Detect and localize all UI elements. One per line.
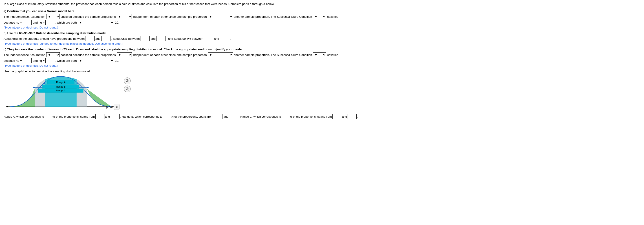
input-range-c-high[interactable]	[348, 114, 356, 119]
input-range-b-pct[interactable]	[163, 114, 170, 119]
hint-c: (Type integers or decimals. Do not round…	[4, 64, 640, 67]
text-satisfied-because: satisfied because the sample proportions	[61, 15, 116, 18]
zoom-controls	[124, 78, 131, 92]
part-c-line2: because np = and nq = , which are both ▼…	[4, 58, 640, 63]
input-68-high[interactable]	[102, 36, 110, 41]
text-and-nq-c: and nq =	[32, 59, 44, 62]
svg-marker-2	[6, 106, 8, 108]
text-range-c-start: . Range C, which corresponds to	[239, 115, 281, 118]
select-independent-c1[interactable]: ▼ are are not	[117, 52, 132, 57]
svg-marker-8	[33, 87, 35, 88]
select-greater-less-c1[interactable]: ▼ greater than or equal to less than	[78, 58, 114, 63]
text-and-range-a: and	[105, 115, 110, 118]
text-and-range-c: and	[342, 115, 347, 118]
input-nq-a[interactable]	[45, 20, 54, 25]
text-period-b: .	[230, 37, 231, 40]
text-10-a: 10.	[115, 21, 119, 24]
input-range-b-high[interactable]	[229, 114, 238, 119]
zoom-in-button[interactable]	[124, 78, 131, 84]
part-b-label: b) Use the 68–95–99.7 Rule to describe t…	[4, 32, 640, 35]
input-997-high[interactable]	[220, 36, 229, 41]
svg-marker-9	[87, 87, 89, 88]
input-68-low[interactable]	[86, 36, 94, 41]
svg-text:Range C: Range C	[56, 89, 66, 92]
text-range-b-pct: % of the proportions, spans from	[171, 115, 213, 118]
text-independent-each: independent of each other since one samp…	[133, 15, 207, 18]
text-because-np-c: because np =	[4, 59, 22, 62]
text-satisfied-end: satisfied	[327, 15, 338, 18]
text-independent-each-c: independent of each other since one samp…	[133, 53, 207, 56]
text-independence-assumption-c: The Independence Assumption	[4, 53, 45, 56]
text-range-c-pct: % of the proportions, spans from	[290, 115, 332, 118]
input-range-c-pct[interactable]	[282, 114, 289, 119]
select-is-satisfied-c1[interactable]: ▼ is is not	[313, 52, 326, 57]
select-satisfied-a1[interactable]: ▼ is is not	[46, 14, 60, 19]
text-and-range-b: and	[224, 115, 228, 118]
text-satisfied-end-c: satisfied	[327, 53, 338, 56]
svg-line-17	[128, 82, 129, 82]
text-another-proportion: another sample proportion. The Success/F…	[234, 15, 312, 18]
part-c2-label: Use the graph below to describe the samp…	[4, 70, 640, 73]
part-c-label: c) They increase the number of tosses to…	[4, 48, 640, 51]
svg-text:Range B: Range B	[56, 85, 66, 88]
text-68pct: About 68% of the students should have pr…	[4, 37, 85, 40]
hint-a: (Type integers or decimals. Do not round…	[4, 26, 640, 29]
graph-wrapper: Range A Range B Range C p-hat ⧉	[4, 75, 120, 112]
text-another-proportion-c: another sample proportion. The Success/F…	[234, 53, 312, 56]
part-a-line1: The Independence Assumption ▼ is is not …	[4, 14, 640, 19]
select-independent-a1[interactable]: ▼ are are not	[117, 14, 132, 19]
zoom-out-button[interactable]	[124, 86, 131, 92]
text-range-a-start: Range A, which corresponds to	[4, 115, 44, 118]
select-does-not-affect-a1[interactable]: ▼ does not affect affects	[208, 14, 233, 19]
input-range-a-pct[interactable]	[45, 114, 52, 119]
hint-b: (Type integers or decimals rounded to fo…	[4, 42, 640, 45]
part-b-line: About 68% of the students should have pr…	[4, 36, 640, 41]
text-which-are-both: , which are both	[55, 21, 76, 24]
bell-curve-svg: Range A Range B Range C	[4, 75, 120, 111]
part-c-line1: The Independence Assumption ▼ is is not …	[4, 52, 640, 57]
text-period-end: .	[357, 115, 358, 118]
text-and-95: and	[150, 37, 156, 40]
select-is-satisfied-a1[interactable]: ▼ is is not	[313, 14, 326, 19]
p-hat-label: p-hat	[106, 105, 113, 109]
select-satisfied-c1[interactable]: ▼ is is not	[46, 52, 60, 57]
input-np-c[interactable]	[23, 58, 32, 63]
text-95pct: , about 95% between	[112, 37, 140, 40]
input-95-high[interactable]	[156, 36, 166, 41]
text-because-np: because np =	[4, 21, 22, 24]
bottom-line: Range A, which corresponds to % of the p…	[4, 114, 640, 119]
text-range-a-pct: % of the proportions, spans from	[52, 115, 95, 118]
select-does-not-affect-c1[interactable]: ▼ does not affect affects	[208, 52, 233, 57]
text-10-c: 10.	[115, 59, 119, 62]
input-np-a[interactable]	[23, 20, 32, 25]
text-range-b-start: . Range B, which corresponds to	[120, 115, 162, 118]
text-which-are-both-c: , which are both	[55, 59, 76, 62]
input-range-c-low[interactable]	[332, 114, 341, 119]
part-a-line2: because np = and nq = , which are both ▼…	[4, 20, 640, 25]
input-95-low[interactable]	[140, 36, 150, 41]
input-997-low[interactable]	[204, 36, 213, 41]
text-and-nq: and nq =	[32, 21, 44, 24]
input-range-a-low[interactable]	[96, 114, 104, 119]
text-and-997: and	[214, 37, 219, 40]
intro-text: In a large class of introductory Statist…	[4, 2, 640, 7]
svg-line-21	[128, 90, 129, 90]
input-range-a-high[interactable]	[111, 114, 120, 119]
text-satisfied-because-c: satisfied because the sample proportions	[61, 53, 116, 56]
input-nq-c[interactable]	[45, 58, 54, 63]
select-greater-less-a1[interactable]: ▼ greater than or equal to less than	[78, 20, 114, 25]
input-range-b-low[interactable]	[214, 114, 223, 119]
part-a-label: a) Confirm that you can use a Normal mod…	[4, 10, 640, 13]
text-997pct: , and about 99.7% between	[166, 37, 203, 40]
text-and-68: and	[96, 37, 100, 40]
svg-text:Range A: Range A	[56, 81, 66, 84]
external-link-icon[interactable]: ⧉	[114, 104, 120, 110]
graph-area: Range A Range B Range C p-hat ⧉	[4, 75, 640, 112]
text-independence-assumption: The Independence Assumption	[4, 15, 45, 18]
